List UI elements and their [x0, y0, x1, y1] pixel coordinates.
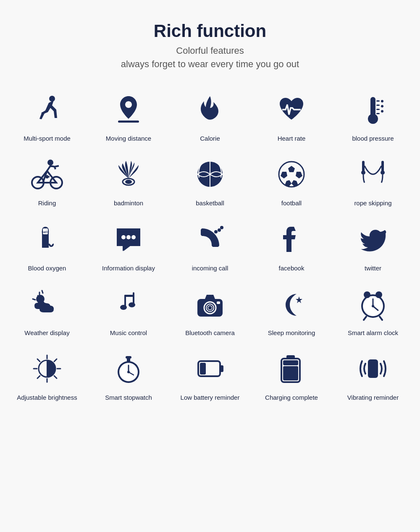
calorie-icon: [191, 91, 229, 128]
svg-point-29: [381, 170, 385, 175]
page-title: Rich function: [154, 21, 266, 41]
charging-complete-icon: [273, 350, 310, 388]
feature-weather-display: Weather display: [8, 285, 86, 337]
svg-point-9: [381, 105, 383, 107]
basketball-label: basketball: [196, 199, 224, 207]
blood-pressure-icon: [354, 91, 392, 128]
vibrating-reminder-label: Vibrating reminder: [347, 393, 399, 402]
feature-vibrating-reminder: Vibrating reminder: [334, 350, 412, 402]
svg-point-37: [131, 235, 136, 239]
subtitle1: Colorful features: [176, 45, 244, 56]
svg-point-54: [208, 306, 212, 310]
football-icon: [273, 155, 310, 193]
svg-line-71: [54, 376, 57, 378]
feature-twitter: twitter: [334, 220, 412, 273]
svg-rect-48: [133, 292, 134, 304]
feature-blood-pressure: blood pressure: [334, 91, 412, 143]
svg-rect-89: [283, 360, 298, 365]
svg-line-73: [37, 376, 40, 378]
svg-rect-87: [286, 355, 295, 359]
feature-smart-stopwatch: Smart stopwatch: [90, 350, 167, 402]
feature-information-display: Information display: [90, 220, 167, 273]
low-battery-reminder-icon: [191, 350, 229, 388]
information-display-label: Information display: [102, 264, 155, 273]
svg-line-65: [380, 317, 382, 320]
svg-line-44: [33, 299, 35, 300]
svg-rect-88: [283, 366, 298, 380]
svg-rect-32: [42, 245, 49, 248]
svg-rect-55: [217, 301, 220, 304]
weather-display-label: Weather display: [24, 329, 69, 337]
badminton-icon: [110, 155, 147, 193]
svg-point-49: [129, 302, 135, 307]
feature-bluetooth-camera: Bluetooth camera: [171, 285, 249, 337]
svg-rect-79: [126, 356, 131, 359]
svg-point-0: [49, 96, 55, 102]
calorie-label: Calorie: [200, 134, 220, 143]
svg-marker-56: [296, 296, 302, 303]
svg-rect-90: [368, 359, 378, 378]
multi-sport-mode-icon: [28, 91, 66, 128]
feature-calorie: Calorie: [171, 91, 249, 143]
svg-point-61: [372, 305, 374, 307]
svg-point-62: [364, 291, 370, 298]
basketball-icon: [191, 155, 229, 193]
music-control-icon: [110, 285, 147, 323]
facebook-icon: [273, 220, 310, 258]
svg-point-40: [220, 226, 223, 229]
feature-music-control: Music control: [90, 285, 167, 337]
rope-skipping-label: rope skipping: [354, 199, 391, 207]
svg-point-3: [368, 114, 378, 124]
sleep-monitoring-icon: [273, 285, 310, 323]
multi-sport-mode-label: Multi-sport mode: [24, 134, 71, 143]
riding-icon: [28, 155, 66, 193]
svg-rect-4: [376, 100, 380, 102]
rope-skipping-icon: [354, 155, 392, 193]
sleep-monitoring-label: Sleep monitoring: [268, 329, 315, 337]
svg-point-47: [120, 305, 127, 310]
moving-distance-label: Moving distance: [106, 134, 151, 143]
weather-display-icon: [28, 285, 66, 323]
charging-complete-label: Charging complete: [265, 393, 318, 402]
bluetooth-camera-label: Bluetooth camera: [185, 329, 235, 337]
svg-rect-84: [220, 365, 223, 372]
blood-oxygen-label: Blood oxygen: [28, 264, 66, 273]
feature-basketball: basketball: [171, 155, 249, 207]
information-display-icon: [110, 220, 147, 258]
svg-point-63: [375, 291, 382, 298]
incoming-call-label: incoming call: [192, 264, 228, 273]
feature-sleep-monitoring: Sleep monitoring: [253, 285, 330, 337]
svg-marker-22: [281, 172, 287, 178]
facebook-label: facebook: [279, 264, 304, 273]
smart-stopwatch-icon: [110, 350, 147, 388]
smart-alarm-clock-icon: [354, 285, 392, 323]
svg-point-39: [218, 228, 221, 232]
feature-incoming-call: incoming call: [171, 220, 249, 273]
svg-marker-21: [288, 166, 295, 172]
feature-football: football: [253, 155, 330, 207]
feature-riding: Riding: [8, 155, 86, 207]
feature-multi-sport-mode: Multi-sport mode: [8, 91, 86, 143]
adjustable-brightness-icon: [28, 350, 66, 388]
subtitle2: always forget to wear every time you go …: [121, 59, 299, 70]
blood-oxygen-icon: SaO2: [28, 220, 66, 258]
feature-charging-complete: Charging complete: [253, 350, 330, 402]
heart-rate-icon: [273, 91, 310, 128]
feature-moving-distance: Moving distance: [90, 91, 167, 143]
svg-text:SaO2: SaO2: [42, 231, 49, 233]
feature-heart-rate: Heart rate: [253, 91, 330, 143]
vibrating-reminder-icon: [354, 350, 392, 388]
blood-pressure-label: blood pressure: [352, 134, 394, 143]
svg-point-28: [361, 170, 365, 175]
smart-stopwatch-label: Smart stopwatch: [105, 393, 152, 402]
svg-marker-23: [296, 172, 302, 178]
riding-label: Riding: [38, 199, 56, 207]
svg-rect-6: [376, 109, 380, 110]
svg-line-72: [54, 359, 57, 362]
badminton-label: badminton: [114, 199, 143, 207]
svg-point-38: [214, 230, 218, 233]
svg-point-8: [381, 100, 383, 102]
svg-point-11: [47, 160, 53, 165]
feature-rope-skipping: rope skipping: [334, 155, 412, 207]
heart-rate-label: Heart rate: [278, 134, 306, 143]
